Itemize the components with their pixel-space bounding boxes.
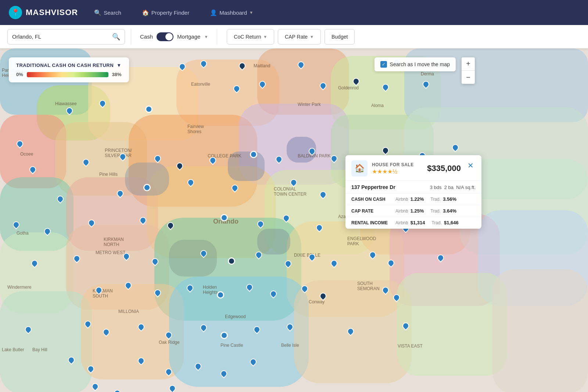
map-pin[interactable] [301, 285, 308, 292]
map-pin[interactable] [154, 155, 161, 162]
map-pin[interactable] [402, 322, 409, 329]
map-pin[interactable] [331, 155, 337, 162]
map-pin[interactable] [347, 328, 354, 335]
map-pin[interactable] [92, 383, 98, 390]
map-pin[interactable] [99, 100, 106, 107]
map-pin[interactable] [382, 84, 389, 90]
map-pin[interactable] [259, 81, 266, 88]
map-pin[interactable] [220, 214, 228, 221]
map-pin[interactable] [74, 255, 80, 262]
map-pin[interactable] [138, 357, 144, 364]
map-pin[interactable] [320, 191, 326, 198]
zoom-in-button[interactable]: + [462, 57, 475, 71]
map-pin[interactable] [239, 63, 245, 69]
map-pin[interactable] [309, 254, 315, 260]
map-pin[interactable] [217, 291, 224, 299]
location-search-button[interactable]: 🔍 [112, 33, 120, 41]
map-pin[interactable] [246, 284, 253, 291]
map-pin[interactable] [369, 252, 376, 258]
map-pin[interactable] [220, 332, 228, 339]
map-pin[interactable] [125, 282, 132, 289]
legend-title-button[interactable]: TRADITIONAL CASH ON CASH RETURN ▼ [16, 63, 122, 68]
map-pin[interactable] [29, 166, 36, 173]
map-pin[interactable] [88, 220, 95, 226]
nav-mashboard[interactable]: 👤 Mashboard ▼ [205, 6, 258, 19]
map-pin[interactable] [169, 385, 176, 392]
toggle-switch[interactable] [157, 32, 173, 41]
map-pin[interactable] [44, 228, 51, 235]
map-pin[interactable] [283, 215, 290, 221]
map-pin[interactable] [270, 291, 277, 297]
map-pin[interactable] [250, 151, 257, 158]
map-pin[interactable] [437, 254, 444, 261]
map-pin[interactable] [382, 287, 389, 293]
map-pin[interactable] [228, 257, 235, 265]
map-pin[interactable] [187, 179, 194, 186]
map-pin[interactable] [152, 258, 158, 265]
map-pin[interactable] [287, 324, 293, 330]
map-pin[interactable] [176, 163, 183, 169]
map-pin[interactable] [119, 153, 126, 160]
map-pin[interactable] [316, 224, 323, 231]
map-pin[interactable] [220, 370, 227, 377]
map-pin[interactable] [290, 179, 297, 186]
map-pin[interactable] [165, 368, 172, 375]
cash-mortgage-toggle[interactable]: Cash Mortgage ▼ [137, 32, 211, 41]
map-pin[interactable] [138, 324, 144, 330]
map-pin[interactable] [257, 221, 264, 227]
map-pin[interactable] [331, 260, 337, 267]
cap-rate-filter[interactable]: CAP Rate ▼ [278, 29, 321, 44]
map-pin[interactable] [200, 250, 207, 257]
map-pin[interactable] [66, 107, 73, 114]
map-pin[interactable] [143, 184, 151, 191]
map-pin[interactable] [96, 287, 102, 293]
map-pin[interactable] [117, 190, 123, 197]
map-pin[interactable] [200, 324, 207, 331]
map-pin[interactable] [309, 148, 315, 154]
nav-property-finder[interactable]: 🏠 Property Finder [137, 6, 194, 19]
map-container[interactable]: Maitland Eatonville Goldenrod Winter Par… [0, 49, 588, 392]
logo[interactable]: 📍 MASHVISOR [9, 6, 78, 19]
map-pin[interactable] [179, 63, 186, 70]
map-pin[interactable] [353, 78, 359, 85]
map-pin[interactable] [145, 106, 153, 113]
map-pin[interactable] [209, 157, 216, 164]
map-pin[interactable] [382, 147, 389, 154]
zoom-out-button[interactable]: − [462, 71, 475, 84]
map-pin[interactable] [31, 260, 38, 267]
map-pin[interactable] [250, 359, 257, 365]
budget-filter[interactable]: Budget [325, 29, 355, 44]
map-pin[interactable] [233, 85, 240, 92]
map-pin[interactable] [13, 221, 19, 228]
map-pin[interactable] [255, 252, 262, 258]
map-pin[interactable] [320, 293, 326, 299]
map-pin[interactable] [167, 222, 174, 229]
map-pin[interactable] [154, 289, 161, 296]
map-pin[interactable] [232, 185, 238, 191]
map-pin[interactable] [87, 366, 94, 372]
map-pin[interactable] [123, 253, 130, 260]
map-pin[interactable] [114, 390, 121, 392]
map-pin[interactable] [298, 61, 304, 68]
map-pin[interactable] [57, 196, 64, 202]
map-pin[interactable] [276, 156, 282, 163]
map-pin[interactable] [452, 144, 459, 151]
map-pin[interactable] [254, 326, 260, 333]
map-pin[interactable] [393, 294, 400, 301]
map-pin[interactable] [285, 260, 291, 267]
map-pin[interactable] [68, 357, 75, 363]
map-pin[interactable] [103, 329, 110, 335]
map-pin[interactable] [187, 285, 193, 291]
map-pin[interactable] [25, 326, 32, 333]
map-pin[interactable] [140, 217, 146, 224]
map-pin[interactable] [17, 140, 23, 147]
map-pin[interactable] [165, 332, 172, 338]
coc-return-filter[interactable]: CoC Return ▼ [227, 29, 274, 44]
map-pin[interactable] [388, 260, 394, 266]
map-pin[interactable] [423, 81, 429, 88]
map-pin[interactable] [85, 321, 91, 327]
close-popup-button[interactable]: ✕ [465, 160, 476, 171]
location-search-input[interactable] [12, 33, 109, 40]
map-pin[interactable] [200, 60, 207, 67]
map-pin[interactable] [195, 363, 201, 370]
